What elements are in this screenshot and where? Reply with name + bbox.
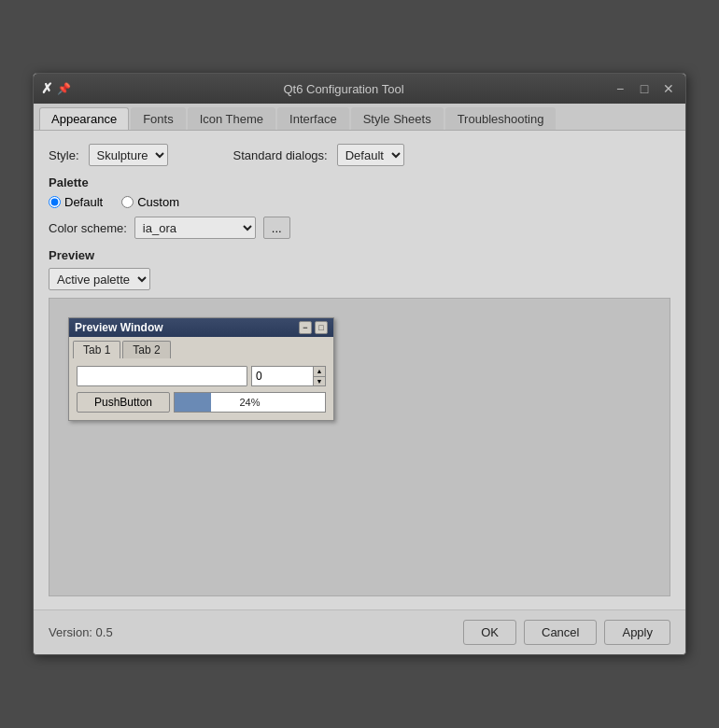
inner-titlebar-controls: − □ <box>299 321 328 334</box>
inner-spinbox-arrows: ▲ ▼ <box>313 366 326 386</box>
spinbox-down-arrow[interactable]: ▼ <box>314 377 325 386</box>
minimize-button[interactable]: − <box>611 79 629 98</box>
palette-section: Palette Default Custom Color scheme: ia_… <box>49 175 670 239</box>
standard-dialogs-select[interactable]: Default <box>337 144 404 166</box>
inner-button-row: PushButton 24% <box>77 392 326 413</box>
app-icon: ✗ <box>41 80 53 97</box>
bottom-bar: Version: 0.5 OK Cancel Apply <box>34 609 685 654</box>
tab-troubleshooting[interactable]: Troubleshooting <box>445 107 557 130</box>
tab-bar: Appearance Fonts Icon Theme Interface St… <box>34 104 685 131</box>
inner-tab-bar: Tab 1 Tab 2 <box>69 337 333 358</box>
preview-section: Preview Active palette Preview Window − … <box>49 248 670 596</box>
palette-custom-label: Custom <box>137 195 179 209</box>
color-scheme-label: Color scheme: <box>49 221 127 235</box>
maximize-button[interactable]: □ <box>635 79 654 98</box>
ok-button[interactable]: OK <box>463 620 516 645</box>
inner-titlebar: Preview Window − □ <box>69 318 333 337</box>
content-area: Style: Skulpture Standard dialogs: Defau… <box>34 131 685 609</box>
preview-label: Preview <box>49 248 670 262</box>
palette-label: Palette <box>49 175 670 189</box>
main-window: ✗ 📌 Qt6 Configuration Tool − □ ✕ Appeara… <box>33 73 686 655</box>
palette-default-radio[interactable] <box>49 196 61 208</box>
inner-content: 0 ▲ ▼ PushButton 24% <box>69 358 333 420</box>
close-button[interactable]: ✕ <box>659 79 678 98</box>
bottom-right-buttons: OK Cancel Apply <box>463 620 670 645</box>
preview-area: Preview Window − □ Tab 1 Tab 2 <box>49 298 670 596</box>
palette-custom-radio[interactable] <box>121 196 134 208</box>
inner-spinbox: 0 ▲ ▼ <box>251 366 326 386</box>
browse-button[interactable]: ... <box>263 217 290 239</box>
color-scheme-row: Color scheme: ia_ora ... <box>49 217 670 239</box>
inner-spinbox-value[interactable]: 0 <box>251 366 313 386</box>
inner-preview-window: Preview Window − □ Tab 1 Tab 2 <box>68 317 334 421</box>
palette-radio-row: Default Custom <box>49 195 670 209</box>
cancel-button[interactable]: Cancel <box>524 620 597 645</box>
titlebar-controls: − □ ✕ <box>611 79 678 98</box>
inner-window-title: Preview Window <box>75 321 163 334</box>
inner-progressbar: 24% <box>174 392 326 413</box>
style-row: Style: Skulpture Standard dialogs: Defau… <box>49 144 670 166</box>
tab-icon-theme[interactable]: Icon Theme <box>188 107 275 130</box>
inner-tab-1[interactable]: Tab 1 <box>73 341 120 358</box>
apply-button[interactable]: Apply <box>604 620 670 645</box>
palette-custom-option[interactable]: Custom <box>121 195 179 209</box>
standard-dialogs-label: Standard dialogs: <box>233 148 328 162</box>
tab-appearance[interactable]: Appearance <box>39 107 129 130</box>
pin-icon: 📌 <box>57 82 71 95</box>
palette-default-option[interactable]: Default <box>49 195 103 209</box>
preview-dropdown-row: Active palette <box>49 268 670 290</box>
inner-tab-2[interactable]: Tab 2 <box>122 341 170 358</box>
spinbox-up-arrow[interactable]: ▲ <box>314 367 325 377</box>
tab-style-sheets[interactable]: Style Sheets <box>351 107 444 130</box>
version-text: Version: 0.5 <box>49 625 113 639</box>
preview-palette-select[interactable]: Active palette <box>49 268 150 290</box>
palette-default-label: Default <box>64 195 103 209</box>
titlebar: ✗ 📌 Qt6 Configuration Tool − □ ✕ <box>34 74 685 104</box>
inner-restore-button[interactable]: □ <box>315 321 328 334</box>
inner-pushbutton[interactable]: PushButton <box>77 392 170 413</box>
color-scheme-select[interactable]: ia_ora <box>134 217 256 239</box>
inner-progressbar-label: 24% <box>175 393 325 412</box>
inner-minimize-button[interactable]: − <box>299 321 312 334</box>
inner-input-row: 0 ▲ ▼ <box>77 366 326 386</box>
inner-text-input[interactable] <box>77 366 247 386</box>
titlebar-title: Qt6 Configuration Tool <box>77 82 611 96</box>
style-label: Style: <box>49 148 79 162</box>
titlebar-icon: ✗ 📌 <box>41 80 71 97</box>
style-select[interactable]: Skulpture <box>89 144 168 166</box>
tab-interface[interactable]: Interface <box>277 107 349 130</box>
tab-fonts[interactable]: Fonts <box>131 107 186 130</box>
